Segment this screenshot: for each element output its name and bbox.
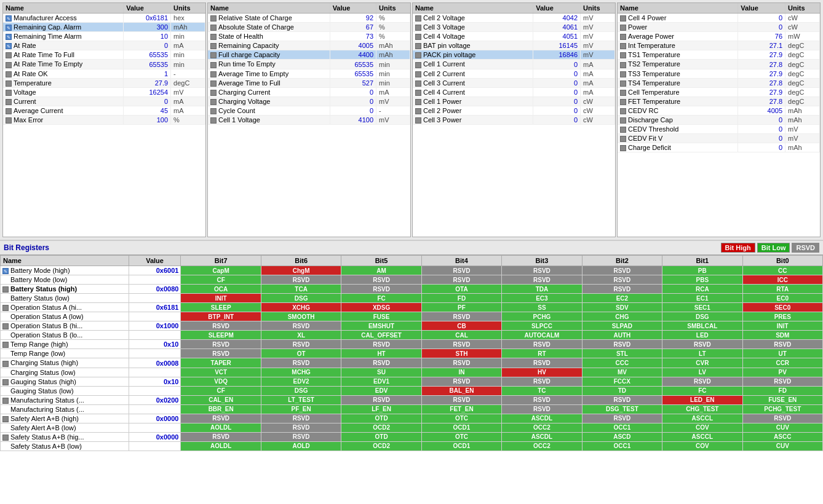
lock-icon xyxy=(415,71,421,77)
bit-register-row: Operation Status B (hi...0x1000RSVDRSVDE… xyxy=(1,321,823,331)
table-row: Cell 4 Voltage4051mV xyxy=(413,32,615,41)
table-row: Average Time to Empty65535min xyxy=(208,69,410,78)
lock-icon xyxy=(2,323,9,329)
lock-icon xyxy=(415,15,421,22)
lock-icon xyxy=(2,286,9,293)
bit-register-row: Safety Status A+B (hig...0x0000RSVDRSVDO… xyxy=(1,432,823,441)
bit-register-row: Safety Alert A+B (high)0x0000RSVDRSVDOTD… xyxy=(1,414,823,423)
bit-register-row: Charging Status (low)VCTMCHGSUINHVMVLVPV xyxy=(1,368,823,377)
table-row: Cell 3 Current0mA xyxy=(413,78,615,87)
col-bit1: Bit1 xyxy=(662,256,742,266)
table-row: Charging Current0mA xyxy=(208,87,410,96)
lock-icon xyxy=(620,145,626,151)
table-row: At Rate Time To Empty65535min xyxy=(3,60,205,69)
lock-icon xyxy=(2,305,9,311)
bit-register-row: Gauging Status (low)CFDSGEDVBAL_ENTCTDFC… xyxy=(1,386,823,395)
col-bit4: Bit4 xyxy=(421,256,501,266)
bit-register-row: Safety Status A+B (low)AOLDLAOLDOCD2OCD1… xyxy=(1,441,823,451)
legend-bit-low[interactable]: Bit Low xyxy=(757,243,790,253)
bit-register-row: Safety Alert A+B (low)AOLDLRSVDOCD2OCD1O… xyxy=(1,423,823,432)
table-row: CEDV Threshold0mV xyxy=(618,125,820,134)
lock-icon xyxy=(415,81,421,87)
edit-icon: ✎ xyxy=(6,43,12,49)
table-row: Cell 2 Current0mA xyxy=(413,69,615,78)
table-row: Cell Temperature27.9degC xyxy=(618,87,820,96)
table-row: TS4 Temperature27.8degC xyxy=(618,78,820,87)
lock-icon xyxy=(2,398,9,404)
table-row: Cell 1 Voltage4100mV xyxy=(208,116,410,125)
data-panel-2: NameValueUnitsRelative State of Charge92… xyxy=(207,2,411,237)
bit-register-row: Battery Status (high)0x0080OCATCARSVDOTA… xyxy=(1,285,823,294)
bit-register-row: Manufacturing Status (...BBR_ENPF_ENLF_E… xyxy=(1,404,823,414)
lock-icon xyxy=(415,117,421,124)
bit-registers-table: Name Value Bit7 Bit6 Bit5 Bit4 Bit3 Bit2… xyxy=(0,255,823,451)
table-row: Run time To Empty65535min xyxy=(208,60,410,69)
lock-icon xyxy=(620,90,626,96)
lock-icon xyxy=(6,62,12,68)
bit-table-container[interactable]: Name Value Bit7 Bit6 Bit5 Bit4 Bit3 Bit2… xyxy=(0,255,823,504)
lock-icon xyxy=(2,361,9,367)
lock-icon xyxy=(620,62,626,68)
lock-icon xyxy=(415,25,421,31)
bit-register-row: Battery Status (low)INITDSGFCFDEC3EC2EC1… xyxy=(1,294,823,303)
table-row: Absolute State of Charge67% xyxy=(208,23,410,32)
table-row: Voltage16254mV xyxy=(3,87,205,96)
table-row: CEDV Fit V0mV xyxy=(618,134,820,143)
lock-icon xyxy=(6,108,12,114)
bit-table-header-row: Name Value Bit7 Bit6 Bit5 Bit4 Bit3 Bit2… xyxy=(1,256,823,266)
table-row: Cell 4 Current0mA xyxy=(413,87,615,96)
lock-icon xyxy=(620,15,626,22)
lock-icon xyxy=(620,127,626,133)
col-name: Name xyxy=(1,256,129,266)
lock-icon xyxy=(6,99,12,105)
bit-register-row: Charging Status (high)0x0008TAPERRSVDRSV… xyxy=(1,358,823,368)
edit-icon: ✎ xyxy=(2,268,9,274)
lock-icon xyxy=(415,108,421,114)
lock-icon xyxy=(620,25,626,31)
bit-register-row: Temp Range (high)0x10RSVDRSVDRSVDRSVDRSV… xyxy=(1,340,823,349)
table-row: Cell 1 Power0cW xyxy=(413,96,615,106)
lock-icon xyxy=(2,416,9,422)
table-row: ✎Remaining Cap. Alarm300mAh xyxy=(3,23,205,32)
lock-icon xyxy=(210,81,217,87)
col-bit3: Bit3 xyxy=(502,256,582,266)
table-row: BAT pin voltage16145mV xyxy=(413,41,615,50)
table-row: Remaining Capacity4005mAh xyxy=(208,41,410,50)
table-row: TS3 Temperature27.9degC xyxy=(618,69,820,78)
lock-icon xyxy=(620,34,626,40)
table-row: ✎Remaining Time Alarm10min xyxy=(3,32,205,41)
edit-icon: ✎ xyxy=(6,25,12,31)
table-row: At Rate Time To Full65535min xyxy=(3,50,205,60)
lock-icon xyxy=(620,99,626,105)
lock-icon xyxy=(620,108,626,114)
table-row: Power0cW xyxy=(618,23,820,32)
lock-icon xyxy=(210,90,217,96)
lock-icon xyxy=(210,34,217,40)
lock-icon xyxy=(6,52,12,58)
lock-icon xyxy=(415,99,421,105)
data-panel-4: NameValueUnitsCell 4 Power0cWPower0cWAve… xyxy=(617,2,821,237)
table-row: Relative State of Charge92% xyxy=(208,14,410,23)
table-row: Cell 3 Voltage4061mV xyxy=(413,23,615,32)
bottom-section: Bit Registers Bit High Bit Low RSVD Name… xyxy=(0,240,823,504)
top-section: NameValueUnits✎Manufacturer Access0x6181… xyxy=(0,0,823,240)
col-bit2: Bit2 xyxy=(582,256,662,266)
data-panel-1: NameValueUnits✎Manufacturer Access0x6181… xyxy=(2,2,206,237)
table-row: At Rate OK1- xyxy=(3,69,205,78)
table-row: Cell 2 Power0cW xyxy=(413,106,615,115)
lock-icon xyxy=(620,52,626,58)
lock-icon xyxy=(620,81,626,87)
lock-icon xyxy=(210,71,217,77)
col-bit5: Bit5 xyxy=(341,256,421,266)
bit-register-row: Manufacturing Status (...0x0200CAL_ENLT_… xyxy=(1,395,823,404)
lock-icon xyxy=(210,62,217,68)
legend-bit-high[interactable]: Bit High xyxy=(721,243,755,253)
legend-area: Bit High Bit Low RSVD xyxy=(721,243,819,253)
col-bit0: Bit0 xyxy=(742,256,822,266)
edit-icon: ✎ xyxy=(6,34,12,40)
edit-icon: ✎ xyxy=(6,15,12,22)
legend-rsvd[interactable]: RSVD xyxy=(792,243,819,253)
lock-icon xyxy=(415,62,421,68)
table-row: Max Error100% xyxy=(3,116,205,125)
lock-icon xyxy=(6,117,12,124)
